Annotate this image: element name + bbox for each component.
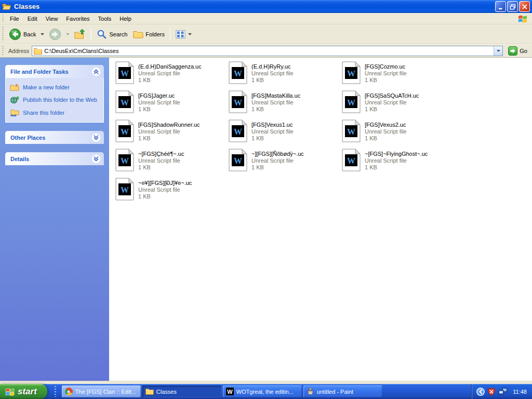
task-link-label: Publish this folder to the Web [23, 96, 97, 103]
taskbar-separator [54, 386, 58, 396]
minimize-button[interactable] [495, 1, 506, 12]
svg-text:W: W [121, 69, 129, 78]
panel-title: Other Places [10, 135, 45, 141]
svg-text:W: W [234, 156, 242, 165]
svg-text:W: W [234, 69, 242, 78]
back-icon [9, 28, 21, 41]
file-name: [FGS]Vexus1.uc [251, 121, 294, 128]
unreal-script-file-icon: W [115, 90, 134, 113]
taskbar-button-wotgreal[interactable]: W WOTgreal, the editin... [223, 385, 302, 397]
file-size: 1 KB [365, 77, 407, 84]
file-tile[interactable]: W ~[FGS]Çhéé¶~.uc Unreal Script file 1 K… [115, 149, 229, 178]
views-button[interactable] [173, 28, 195, 41]
search-button[interactable]: Search [94, 28, 130, 41]
menu-favorites[interactable]: Favorites [62, 14, 94, 23]
folder-icon [145, 388, 154, 395]
file-type: Unreal Script file [138, 70, 202, 77]
file-size: 1 KB [365, 106, 419, 113]
file-type: Unreal Script file [365, 128, 407, 135]
file-tile[interactable]: W [FGS]MastaKilla.uc Unreal Script file … [229, 90, 342, 119]
file-tile[interactable]: W (E.d.H)RyRy.uc Unreal Script file 1 KB [229, 61, 342, 90]
svg-text:W: W [347, 98, 355, 107]
taskbar-button-browser[interactable]: The [FGS] Clan :: Edit... [62, 385, 141, 397]
folders-icon [133, 30, 143, 38]
share-folder-link[interactable]: Share this folder [10, 109, 99, 117]
file-tile[interactable]: W [FGS]Vexus1.uc Unreal Script file 1 KB [229, 119, 342, 149]
menu-file[interactable]: File [6, 14, 23, 23]
panel-body: Make a new folder Publish this folder to… [5, 78, 104, 123]
address-input[interactable]: C:\DeusEx\CmClans\Classes [32, 46, 503, 56]
file-tile[interactable]: W ~][FGS][Ñôbødÿ~.uc Unreal Script file … [229, 149, 342, 178]
file-type: Unreal Script file [138, 157, 184, 164]
file-tile[interactable]: W (E.d.H)DaniSaggenza.uc Unreal Script f… [115, 61, 229, 90]
address-dropdown[interactable] [494, 46, 502, 56]
file-type: Unreal Script file [251, 157, 304, 164]
panel-header[interactable]: File and Folder Tasks [5, 65, 104, 78]
go-button[interactable]: Go [506, 46, 530, 56]
file-name: [FGS]MastaKilla.uc [251, 92, 300, 99]
file-type: Unreal Script file [365, 99, 419, 106]
tray-collapse-button[interactable] [476, 388, 485, 396]
up-button[interactable] [72, 27, 88, 41]
start-button[interactable]: start [0, 384, 47, 399]
file-type: Unreal Script file [138, 128, 200, 135]
file-size: 1 KB [138, 164, 184, 171]
svg-text:W: W [347, 127, 355, 136]
unreal-script-file-icon: W [229, 149, 247, 171]
file-tile[interactable]: W ~¤¥][FGS][ÐJ]¥¤~.uc Unreal Script file… [115, 178, 229, 207]
file-tile[interactable]: W [FGS]Jager.uc Unreal Script file 1 KB [115, 90, 229, 119]
file-tile[interactable]: W ~[FGS]~FlyingGhost~.uc Unreal Script f… [342, 149, 455, 178]
panel-header[interactable]: Details [5, 152, 104, 165]
file-name: ~¤¥][FGS][ÐJ]¥¤~.uc [138, 179, 192, 187]
menu-view[interactable]: View [42, 14, 62, 23]
menu-tools[interactable]: Tools [94, 14, 116, 23]
menu-help[interactable]: Help [115, 14, 136, 23]
address-bar: Address C:\DeusEx\CmClans\Classes Go [0, 44, 532, 58]
restore-button[interactable] [507, 1, 518, 12]
wotgreal-icon: W [226, 388, 234, 395]
unreal-script-file-icon: W [342, 119, 361, 142]
file-tile[interactable]: W [FGS]Cozmo.uc Unreal Script file 1 KB [342, 61, 455, 90]
toolbar-grip[interactable] [1, 26, 5, 42]
shield-alert-icon[interactable] [487, 388, 496, 396]
svg-text:W: W [347, 69, 355, 78]
menubar-grip[interactable] [1, 15, 5, 23]
folder-open-icon[interactable] [2, 3, 11, 10]
address-label: Address [8, 48, 29, 54]
publish-folder-link[interactable]: Publish this folder to the Web [10, 96, 99, 104]
unreal-script-file-icon: W [229, 119, 247, 142]
close-button[interactable] [519, 1, 530, 12]
content: File and Folder Tasks [0, 58, 532, 381]
unreal-script-file-icon: W [229, 61, 247, 84]
menu-edit[interactable]: Edit [23, 14, 42, 23]
addressbar-grip[interactable] [1, 46, 5, 56]
taskbar-button-paint[interactable]: untitled - Paint [303, 385, 382, 397]
collapse-panel-button[interactable] [91, 67, 101, 76]
file-name: (E.d.H)RyRy.uc [251, 63, 294, 70]
file-tile[interactable]: W [FGS]Vexus2.uc Unreal Script file 1 KB [342, 119, 455, 149]
task-link-label: Make a new folder [23, 83, 70, 90]
clock: 11:48 [513, 389, 527, 395]
file-name: [FGS]Cozmo.uc [365, 63, 407, 70]
svg-text:W: W [234, 127, 242, 136]
back-button[interactable]: Back [6, 26, 38, 42]
panel-file-and-folder-tasks: File and Folder Tasks [5, 65, 104, 123]
file-tile[interactable]: W [FGS]SaSQuATcH.uc Unreal Script file 1… [342, 90, 455, 119]
file-size: 1 KB [251, 135, 294, 142]
svg-text:W: W [121, 156, 129, 165]
network-icon[interactable] [498, 388, 508, 395]
file-tile[interactable]: W [FGS]ShadowRunner.uc Unreal Script fil… [115, 119, 229, 149]
folders-button[interactable]: Folders [130, 29, 167, 40]
back-history-dropdown[interactable] [39, 31, 46, 37]
make-new-folder-link[interactable]: Make a new folder [10, 83, 99, 91]
panel-header[interactable]: Other Places [5, 131, 104, 144]
unreal-script-file-icon: W [229, 90, 247, 113]
forward-button[interactable] [46, 26, 64, 42]
address-path: C:\DeusEx\CmClans\Classes [44, 48, 491, 54]
svg-text:W: W [121, 98, 129, 107]
forward-history-dropdown[interactable] [64, 31, 71, 37]
expand-panel-button[interactable] [91, 154, 101, 164]
taskbar-button-classes[interactable]: Classes [142, 385, 221, 397]
screen: Classes F [0, 0, 532, 399]
expand-panel-button[interactable] [91, 133, 101, 142]
